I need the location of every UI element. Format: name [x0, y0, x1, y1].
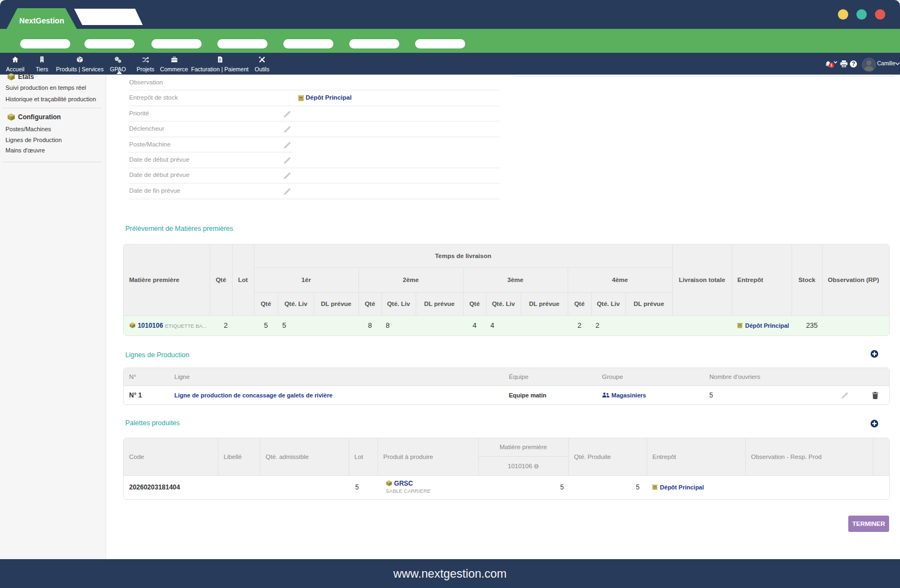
svg-text:?: ? — [852, 61, 855, 67]
